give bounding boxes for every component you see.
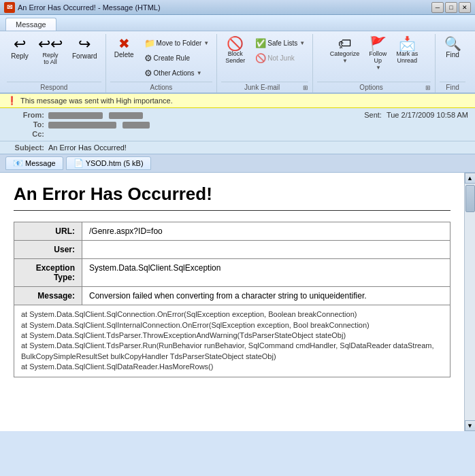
- mark-unread-icon: 📩: [399, 37, 416, 50]
- categorize-button[interactable]: 🏷 Categorize ▼: [326, 34, 364, 67]
- not-junk-label: Not Junk: [267, 54, 294, 62]
- respond-group-label: Respond: [7, 82, 101, 91]
- options-group-label: Options: [317, 84, 425, 91]
- other-actions-icon: ⚙: [144, 68, 152, 78]
- forward-label: Forward: [72, 52, 97, 60]
- message-info: ❗ This message was sent with High import…: [0, 94, 475, 154]
- scroll-down-btn[interactable]: ▼: [465, 420, 476, 431]
- move-to-folder-button[interactable]: 📁 Move to Folder ▼: [141, 36, 213, 50]
- importance-text: This message was sent with High importan…: [20, 97, 173, 105]
- scroll-thumb[interactable]: [465, 185, 475, 212]
- folder-icon: 📁: [144, 38, 155, 48]
- minimize-button[interactable]: ─: [431, 2, 444, 13]
- sent-row: Sent: Tue 2/17/2009 10:58 AM: [364, 111, 468, 119]
- delete-button[interactable]: ✖ Delete: [110, 34, 138, 61]
- find-buttons: 🔍 Find: [440, 34, 465, 80]
- follow-up-icon: 🚩: [370, 37, 387, 50]
- title-bar-left: ✉ An Error Has Occurred! - Message (HTML…: [4, 2, 161, 13]
- reply-all-icon: ↩↩: [38, 37, 63, 52]
- to-redacted: [48, 122, 116, 129]
- exception-type-label-cell: Exception Type:: [14, 259, 82, 287]
- email-body[interactable]: An Error Has Occurred! URL: /Genre.aspx?…: [0, 173, 464, 431]
- categorize-label: Categorize: [330, 51, 360, 58]
- from-label: From:: [7, 111, 44, 119]
- error-title: An Error Has Occurred!: [14, 184, 451, 211]
- user-label-cell: User:: [14, 241, 82, 259]
- scrollbar[interactable]: ▲ ▼: [464, 173, 475, 431]
- actions-group: ✖ Delete 📁 Move to Folder ▼ ⚙ Create Rul…: [106, 34, 218, 92]
- message-row: Message: Conversion failed when converti…: [14, 287, 451, 305]
- follow-up-label: Follow Up: [369, 51, 387, 65]
- safe-lists-button[interactable]: ✅ Safe Lists ▼: [252, 36, 308, 50]
- exception-type-row: Exception Type: System.Data.SqlClient.Sq…: [14, 259, 451, 287]
- delete-icon: ✖: [118, 37, 130, 50]
- ribbon-groups: ↩ Reply ↩↩ Reply to All ↪ Forward Respon…: [3, 34, 472, 92]
- create-rule-button[interactable]: ⚙ Create Rule: [141, 51, 213, 65]
- subject-bar: Subject: An Error Has Occurred!: [0, 141, 475, 154]
- app-icon: ✉: [4, 2, 15, 13]
- respond-buttons: ↩ Reply ↩↩ Reply to All ↪ Forward: [7, 34, 101, 80]
- close-button[interactable]: ✕: [459, 2, 471, 13]
- find-button[interactable]: 🔍 Find: [440, 34, 465, 61]
- message-label-cell: Message:: [14, 287, 82, 305]
- safe-lists-label: Safe Lists: [267, 39, 297, 47]
- delete-label: Delete: [114, 51, 134, 58]
- cc-label: Cc:: [7, 130, 44, 138]
- cc-row: Cc:: [7, 130, 468, 138]
- message-att-label: Message: [25, 159, 56, 167]
- move-folder-arrow: ▼: [203, 40, 209, 46]
- ysod-att-tab[interactable]: 📄 YSOD.htm (5 kB): [66, 156, 151, 170]
- scroll-up-btn[interactable]: ▲: [465, 173, 476, 184]
- to-row: To:: [7, 120, 468, 129]
- find-group-label: Find: [440, 82, 465, 91]
- respond-group: ↩ Reply ↩↩ Reply to All ↪ Forward Respon…: [3, 34, 106, 92]
- mark-as-unread-label: Mark as Unread: [396, 51, 418, 65]
- junk-group: 🚫 Block Sender ✅ Safe Lists ▼ 🚫 Not Junk: [217, 34, 313, 92]
- message-att-icon: 📧: [13, 158, 23, 168]
- other-actions-button[interactable]: ⚙ Other Actions ▼: [141, 66, 213, 80]
- options-buttons: 🏷 Categorize ▼ 🚩 Follow Up ▼ 📩 Mark as U…: [326, 34, 423, 80]
- exception-type-value-cell: System.Data.SqlClient.SqlException: [82, 259, 451, 287]
- actions-buttons: ✖ Delete 📁 Move to Folder ▼ ⚙ Create Rul…: [110, 34, 213, 80]
- to-label: To:: [7, 120, 44, 129]
- url-value-cell: /Genre.aspx?ID=foo: [82, 222, 451, 241]
- stack-trace-cell: at System.Data.SqlClient.SqlConnection.O…: [14, 305, 451, 377]
- safe-lists-arrow: ▼: [299, 40, 305, 46]
- junk-expand-btn[interactable]: ⊞: [303, 84, 308, 91]
- junk-group-label: Junk E-mail: [221, 84, 303, 91]
- forward-button[interactable]: ↪ Forward: [68, 34, 101, 63]
- importance-icon: ❗: [7, 96, 17, 105]
- options-expand-btn[interactable]: ⊞: [425, 84, 431, 91]
- reply-all-label: Reply to All: [42, 52, 58, 66]
- tab-bar: Message: [0, 15, 475, 31]
- reply-all-button[interactable]: ↩↩ Reply to All: [34, 34, 67, 69]
- user-value-cell: [82, 241, 451, 259]
- to-value: [48, 120, 150, 129]
- message-att-tab[interactable]: 📧 Message: [5, 156, 63, 170]
- actions-col: 📁 Move to Folder ▼ ⚙ Create Rule ⚙ Other…: [141, 34, 213, 80]
- from-row: From: Sent: Tue 2/17/2009 10:58 AM: [7, 111, 468, 119]
- rule-icon: ⚙: [144, 53, 152, 63]
- junk-buttons: 🚫 Block Sender ✅ Safe Lists ▼ 🚫 Not Junk: [221, 34, 308, 80]
- reply-button[interactable]: ↩ Reply: [7, 34, 33, 63]
- from-value: [48, 111, 143, 119]
- find-group: 🔍 Find Find: [436, 34, 470, 92]
- message-tab[interactable]: Message: [5, 18, 56, 31]
- sent-label: Sent:: [364, 111, 382, 119]
- url-label-cell: URL:: [14, 222, 82, 241]
- maximize-button[interactable]: □: [445, 2, 457, 13]
- to-redacted2: [122, 122, 150, 129]
- reply-label: Reply: [11, 52, 29, 60]
- stack-trace-row: at System.Data.SqlClient.SqlConnection.O…: [14, 305, 451, 377]
- attachment-tabs: 📧 Message 📄 YSOD.htm (5 kB): [0, 154, 475, 173]
- mark-as-unread-button[interactable]: 📩 Mark as Unread: [392, 34, 422, 67]
- other-actions-label: Other Actions: [154, 69, 195, 77]
- follow-up-button[interactable]: 🚩 Follow Up ▼: [365, 34, 391, 73]
- other-actions-arrow: ▼: [197, 70, 202, 76]
- not-junk-button[interactable]: 🚫 Not Junk: [252, 51, 308, 65]
- header-fields: From: Sent: Tue 2/17/2009 10:58 AM To: C…: [0, 108, 475, 141]
- forward-icon: ↪: [78, 37, 91, 52]
- block-sender-button[interactable]: 🚫 Block Sender: [221, 34, 249, 67]
- not-junk-icon: 🚫: [255, 53, 266, 63]
- safe-lists-icon: ✅: [255, 38, 266, 48]
